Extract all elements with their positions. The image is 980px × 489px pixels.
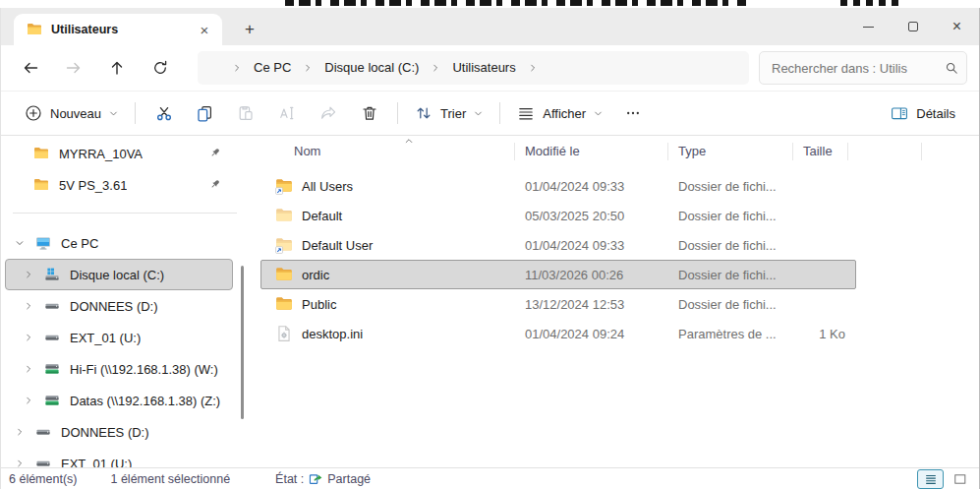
column-header-modified[interactable]: Modifié le [514,143,667,160]
chevron-right-icon[interactable] [14,458,26,467]
file-size: 1 Ko [793,327,849,341]
paste-button[interactable] [225,96,266,130]
netDrive-icon [44,393,60,408]
pc-icon [35,235,51,251]
sort-button-label: Trier [440,106,466,121]
new-tab-button[interactable]: + [234,14,265,45]
folder-icon [275,207,293,224]
sidebar-item-ext-01-u[interactable]: EXT_01 (U:) [5,322,233,353]
file-modified: 01/04/2024 09:33 [515,179,668,194]
sidebar-scrollbar[interactable] [241,266,244,419]
column-headers: Nom Modifié le Type Taille [260,138,979,165]
search-input[interactable]: Rechercher dans : Utilis [772,61,945,76]
minimize-button[interactable] [846,8,891,45]
icons-view-toggle[interactable] [951,471,969,487]
breadcrumb-item[interactable]: Disque local (C:) [316,55,428,81]
folder-icon [275,177,293,195]
column-header-name[interactable]: Nom [260,143,514,160]
chevron-down-icon [474,109,483,118]
file-row-public[interactable]: Public13/12/2024 12:53Dossier de fichi..… [260,289,856,319]
breadcrumb-item[interactable]: Ce PC [245,55,300,81]
file-modified: 05/03/2025 20:50 [515,209,668,223]
file-name: desktop.ini [302,327,363,341]
minimize-icon [863,27,874,28]
close-tab-icon[interactable]: × [193,18,216,41]
folder-icon [275,295,293,313]
chevron-right-icon[interactable] [23,269,34,280]
back-icon [22,59,39,77]
file-row-default[interactable]: Default05/03/2025 20:50Dossier de fichi.… [260,201,856,230]
status-bar: 6 élément(s) 1 élément sélectionné État … [1,467,979,489]
sidebar-item-disque-local-c[interactable]: Disque local (C:) [5,259,233,290]
cut-icon [154,104,172,122]
maximize-icon [908,22,918,31]
file-name: Default User [302,238,373,253]
sidebar-item-hi-fi-192-168-1-38-w[interactable]: Hi-Fi (\\192.168.1.38) (W:) [5,353,233,385]
file-row-all-users[interactable]: All Users01/04/2024 09:33Dossier de fich… [260,171,856,201]
sidebar-item-label: Ce PC [61,236,98,251]
sidebar-item-label: EXT_01 (U:) [70,331,141,345]
rename-icon [278,104,296,122]
drive-icon [44,298,60,314]
new-button-label: Nouveau [50,106,101,121]
copy-button[interactable] [184,96,225,130]
maximize-button[interactable] [891,8,935,45]
file-modified: 13/12/2024 12:53 [515,297,668,312]
breadcrumb[interactable]: Ce PCDisque local (C:)Utilisateurs [198,51,749,85]
sidebar-item-donnees-d[interactable]: DONNEES (D:) [5,290,233,322]
share-button[interactable] [308,96,349,130]
sidebar-item-donnees-d[interactable]: DONNEES (D:) [5,416,233,448]
details-view-icon [924,472,938,486]
refresh-button[interactable] [139,51,182,85]
chevron-right-icon[interactable] [14,426,26,438]
new-button[interactable]: Nouveau [15,96,128,130]
netDrive-icon [44,361,60,377]
file-row-desktop.ini[interactable]: desktop.ini01/04/2024 09:24Paramètres de… [260,319,856,348]
more-options-button[interactable] [612,96,654,130]
details-pane-button[interactable]: Détails [881,96,965,130]
breadcrumb-item[interactable]: Utilisateurs [443,55,524,81]
cut-button[interactable] [143,96,184,130]
sidebar-item-ce-pc[interactable]: Ce PC [5,227,233,259]
toolbar-divider [499,102,500,124]
view-lines-icon [517,104,535,122]
chevron-right-icon [526,61,540,75]
sidebar-item-datas-192-168-1-38-z[interactable]: Datas (\\192.168.1.38) (Z:) [5,385,233,416]
forward-icon [65,59,83,77]
file-name: ordic [302,268,329,282]
sort-button[interactable]: Trier [405,96,492,130]
chevron-right-icon[interactable] [23,395,34,406]
chevron-down-icon[interactable] [14,237,26,249]
forward-button[interactable] [52,51,95,85]
up-button[interactable] [95,51,139,85]
chevron-right-icon[interactable] [23,363,34,375]
tab-title: Utilisateurs [51,23,184,36]
chevron-down-icon [109,109,118,118]
refresh-icon [151,59,169,77]
view-button[interactable]: Afficher [507,96,612,130]
search-icon [945,61,958,75]
sidebar-item-ext-01-u[interactable]: EXT_01 (U:) [5,448,233,467]
chevron-right-icon [230,61,244,75]
sidebar-item-label: MYRRA_10VA [59,147,143,161]
rename-button[interactable] [266,96,308,130]
search-box[interactable]: Rechercher dans : Utilis [759,51,967,85]
file-row-ordic[interactable]: ordic11/03/2026 00:26Dossier de fichi... [260,260,856,289]
column-header-size[interactable]: Taille [792,143,848,160]
chevron-down-icon [594,109,603,118]
tab-utilisateurs[interactable]: Utilisateurs × [14,14,222,45]
back-button[interactable] [9,51,52,85]
chevron-right-icon[interactable] [23,300,34,312]
trash-icon [361,104,378,122]
close-button[interactable]: × [935,8,979,45]
file-modified: 11/03/2026 00:26 [515,268,668,282]
column-header-type[interactable]: Type [667,143,792,160]
up-arrow-icon [108,59,126,77]
sidebar-item-5v-ps-3-61[interactable]: 5V PS_3.61 [5,169,233,201]
sidebar-item-myrra-10va[interactable]: MYRRA_10VA [5,138,233,169]
delete-button[interactable] [349,96,390,130]
file-row-default-user[interactable]: Default User01/04/2024 09:33Dossier de f… [260,230,856,260]
chevron-right-icon[interactable] [23,332,34,343]
column-header-spacer [848,143,922,160]
details-view-toggle[interactable] [917,469,944,489]
